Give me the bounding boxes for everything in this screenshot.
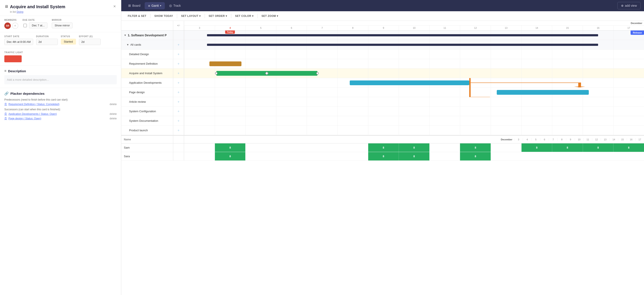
gantt-tab[interactable]: ≡ Gantt ▾ xyxy=(145,2,165,9)
gantt-group-bar xyxy=(207,34,598,36)
grid-cell-13 xyxy=(491,97,522,106)
requirement-definition-plus-icon[interactable]: + xyxy=(178,62,180,66)
grid-cell-9 xyxy=(368,88,399,97)
gantt-day-cell-9: 9 xyxy=(368,25,399,30)
start-date-value[interactable]: Dec 4th at 8:00 AM xyxy=(4,39,33,45)
list-link[interactable]: Doing xyxy=(17,10,24,13)
resource-cell-11: 8 xyxy=(522,143,552,152)
grid-cell-16 xyxy=(583,78,614,87)
resource-cell-6: 8 xyxy=(368,143,399,152)
effort-value[interactable]: 2d xyxy=(79,39,101,45)
grid-cell-17 xyxy=(613,126,644,135)
add-view-button[interactable]: ⊕ add view xyxy=(617,2,640,9)
grid-cell-7 xyxy=(307,97,337,106)
group-title: 1. Software Development P xyxy=(128,33,167,37)
predecessor-delete-button[interactable]: delete xyxy=(110,103,117,106)
article-review-plus-icon[interactable]: + xyxy=(178,100,180,104)
resource-day-cell-4: 4 xyxy=(523,138,532,141)
grid-cell-10 xyxy=(399,107,430,116)
status-button[interactable]: Started xyxy=(61,39,76,44)
pm-col-label: +/- xyxy=(177,24,180,27)
due-date-label: DUE DATE xyxy=(22,19,48,21)
grid-cell-13 xyxy=(491,59,522,68)
page-design-plus-icon[interactable]: + xyxy=(178,90,180,94)
acquire-timeline xyxy=(184,68,644,78)
predecessor-text: Requirement Definition ( Status: Complet… xyxy=(8,103,59,106)
grid-cell-15 xyxy=(552,68,583,78)
successor-link-2[interactable]: 🗓 Page design ( Status: Open) xyxy=(4,117,41,120)
in-list-label: in list Doing xyxy=(4,10,117,13)
grid-cell-13 xyxy=(491,68,522,78)
gantt-group-pm xyxy=(173,30,184,40)
status-label: STATUS xyxy=(61,35,76,38)
filter-button[interactable]: FILTER & SET xyxy=(126,13,148,19)
gantt-row-page-design: Page design + xyxy=(121,88,644,97)
grid-cell-6 xyxy=(276,126,307,135)
acquire-plus-icon[interactable]: + xyxy=(178,71,180,75)
grid-cell-13 xyxy=(491,116,522,125)
product-launch-plus-icon[interactable]: + xyxy=(178,128,180,132)
gantt-day-cell-6: 6 xyxy=(276,25,307,30)
resource-row-sara: Sara 8888 xyxy=(121,152,644,161)
show-today-button[interactable]: SHOW TODAY xyxy=(152,13,175,19)
successor-link-1[interactable]: 🗓 Application Developments ( Status: Ope… xyxy=(4,112,57,115)
grid-cell-9 xyxy=(368,49,399,59)
sys-config-timeline xyxy=(184,107,644,116)
dep-link-icon: 🗓 xyxy=(4,102,7,106)
successor-delete-button-2[interactable]: delete xyxy=(110,117,117,120)
all-cards-collapse-icon[interactable]: ▼ xyxy=(126,43,129,46)
board-tab[interactable]: ⊞ Board xyxy=(125,2,144,9)
grid-cell-14 xyxy=(522,116,552,125)
duration-value[interactable]: 2d xyxy=(36,39,58,45)
close-button[interactable]: × xyxy=(112,4,117,9)
resource-cell-9: 8 xyxy=(460,152,491,160)
requirement-definition-pm: + xyxy=(173,59,184,68)
all-cards-plus-icon[interactable]: + xyxy=(178,43,180,47)
grid-cell-14 xyxy=(522,107,552,116)
set-color-button[interactable]: SET COLOR ▾ xyxy=(233,13,256,19)
grid-cell-8 xyxy=(337,59,368,68)
page-design-timeline xyxy=(184,88,644,97)
due-date-button[interactable]: Dec 7 at... xyxy=(29,22,48,28)
track-tab[interactable]: ◎ Track xyxy=(166,2,184,9)
set-layout-button[interactable]: SET LAYOUT ▾ xyxy=(179,13,203,19)
app-dev-plus-icon[interactable]: + xyxy=(178,81,180,85)
resource-cell-13 xyxy=(583,152,614,160)
sys-doc-plus-icon[interactable]: + xyxy=(178,119,180,123)
mirror-col: MIRROR Show mirror xyxy=(52,19,72,28)
track-icon: ◎ xyxy=(169,4,172,7)
traffic-light-box[interactable] xyxy=(4,55,22,62)
grid-cell-11 xyxy=(430,126,460,135)
grid-cell-5 xyxy=(245,116,276,125)
resource-day-cell-8: 8 xyxy=(558,138,566,141)
grid-cell-9 xyxy=(368,59,399,68)
grid-cell-11 xyxy=(430,107,460,116)
detailed-design-plus-icon[interactable]: + xyxy=(178,52,180,56)
show-mirror-button[interactable]: Show mirror xyxy=(52,22,72,28)
product-launch-timeline xyxy=(184,126,644,135)
successor-delete-button-1[interactable]: delete xyxy=(110,112,117,115)
sys-config-plus-icon[interactable]: + xyxy=(178,109,180,113)
grid-cell-7 xyxy=(307,59,337,68)
add-member-button[interactable]: + xyxy=(12,23,18,29)
set-zoom-chevron-icon: ▾ xyxy=(277,14,278,17)
resource-day-cell-15: 15 xyxy=(618,138,627,141)
resource-cell-2 xyxy=(245,143,276,152)
grid-cell-4 xyxy=(215,97,246,106)
grid-cell-7 xyxy=(307,116,337,125)
grid-cell-3 xyxy=(184,88,215,97)
collapse-icon[interactable]: ▼ xyxy=(124,34,126,37)
gantt-row-detailed-design: Detailed Design + xyxy=(121,49,644,59)
duration-field: DURATION 2d xyxy=(36,35,58,45)
set-zoom-button[interactable]: SET ZOOM ▾ xyxy=(260,13,280,19)
gantt-row-sys-doc: System Documentation + xyxy=(121,116,644,126)
resource-cell-0 xyxy=(184,143,215,152)
grid-cell-7 xyxy=(307,88,337,97)
description-input[interactable]: Add a more detailed description... xyxy=(4,75,117,84)
predecessor-link[interactable]: 🗓 Requirement Definition ( Status: Compl… xyxy=(4,102,59,106)
grid-cell-7 xyxy=(307,126,337,135)
resource-header: Name December 34567891011121314151617 xyxy=(121,136,644,143)
due-date-checkbox[interactable] xyxy=(24,24,27,27)
grid-cell-5 xyxy=(245,59,276,68)
set-order-button[interactable]: SET ORDER ▾ xyxy=(206,13,229,19)
